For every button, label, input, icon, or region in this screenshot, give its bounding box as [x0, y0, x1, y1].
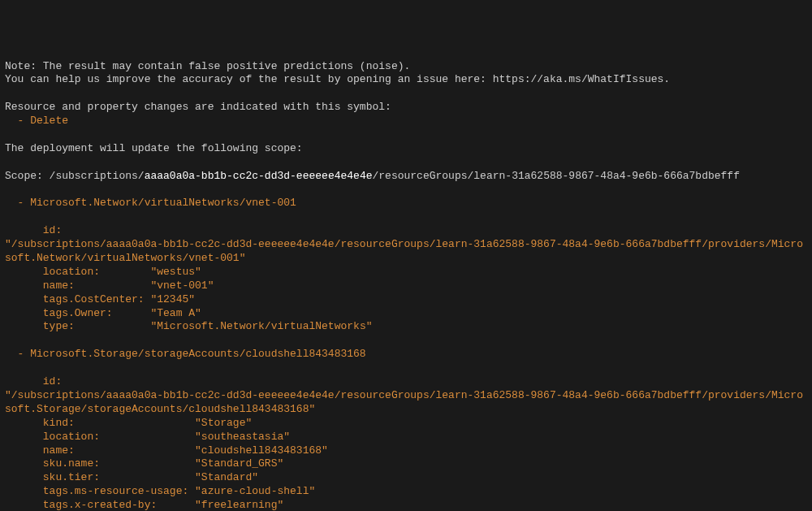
prop-line: sku.tier: "Standard" [5, 471, 807, 485]
prop-key: type: [5, 320, 150, 332]
note-line: You can help us improve the accuracy of … [5, 73, 670, 85]
prop-key: id: [5, 224, 62, 236]
prop-line: kind: "Storage" [5, 417, 807, 431]
prop-line: name: "cloudshell843483168" [5, 444, 807, 458]
prop-value: "Microsoft.Network/virtualNetworks" [150, 320, 372, 332]
scope-intro: The deployment will update the following… [5, 142, 303, 154]
resource-header: - Microsoft.Network/virtualNetworks/vnet… [5, 197, 296, 209]
note-line: Note: The result may contain false posit… [5, 60, 410, 72]
prop-value: "azure-cloud-shell" [195, 485, 315, 497]
prop-key: kind: [5, 417, 195, 429]
prop-value: "southeastasia" [195, 431, 290, 443]
prop-key: tags.CostCenter: [5, 293, 150, 305]
prop-line: tags.CostCenter: "12345" [5, 293, 807, 307]
prop-value: "12345" [150, 293, 195, 305]
prop-line: type: "Microsoft.Network/virtualNetworks… [5, 320, 807, 334]
prop-key: name: [5, 444, 195, 457]
delete-symbol: - Delete [5, 115, 68, 127]
prop-value: "westus" [150, 266, 201, 278]
scope-line: Scope: /subscriptions/aaaa0a0a-bb1b-cc2c… [5, 170, 740, 182]
prop-value: "freelearning" [195, 499, 283, 511]
prop-key: tags.Owner: [5, 307, 150, 319]
prop-key: sku.tier: [5, 471, 195, 483]
prop-value: "Storage" [195, 417, 252, 429]
prop-key: sku.name: [5, 457, 195, 470]
prop-value: "/subscriptions/aaaa0a0a-bb1b-cc2c-dd3d-… [5, 389, 803, 415]
prop-line: tags.Owner: "Team A" [5, 307, 807, 321]
prop-key: location: [5, 266, 150, 278]
prop-key: name: [5, 279, 150, 292]
changes-intro: Resource and property changes are indica… [5, 101, 391, 113]
prop-value: "Team A" [150, 307, 201, 319]
prop-line: name: "vnet-001" [5, 279, 807, 293]
prop-line: location: "westus" [5, 266, 807, 279]
prop-key: location: [5, 431, 195, 443]
prop-line: tags.x-created-by: "freelearning" [5, 499, 807, 511]
prop-line: tags.ms-resource-usage: "azure-cloud-she… [5, 485, 807, 499]
prop-key: id: [5, 375, 62, 388]
prop-line: sku.name: "Standard_GRS" [5, 457, 807, 471]
prop-value: "vnet-001" [150, 279, 214, 292]
prop-value: "cloudshell843483168" [195, 444, 328, 457]
prop-line: location: "southeastasia" [5, 431, 807, 444]
prop-value: "Standard_GRS" [195, 457, 283, 470]
resource-header: - Microsoft.Storage/storageAccounts/clou… [5, 348, 366, 360]
prop-key: tags.ms-resource-usage: [5, 485, 195, 497]
prop-key: tags.x-created-by: [5, 499, 195, 511]
prop-value: "Standard" [195, 471, 258, 483]
prop-value: "/subscriptions/aaaa0a0a-bb1b-cc2c-dd3d-… [5, 238, 803, 264]
subscription-id: aaaa0a0a-bb1b-cc2c-dd3d-eeeeee4e4e4e [145, 170, 373, 182]
